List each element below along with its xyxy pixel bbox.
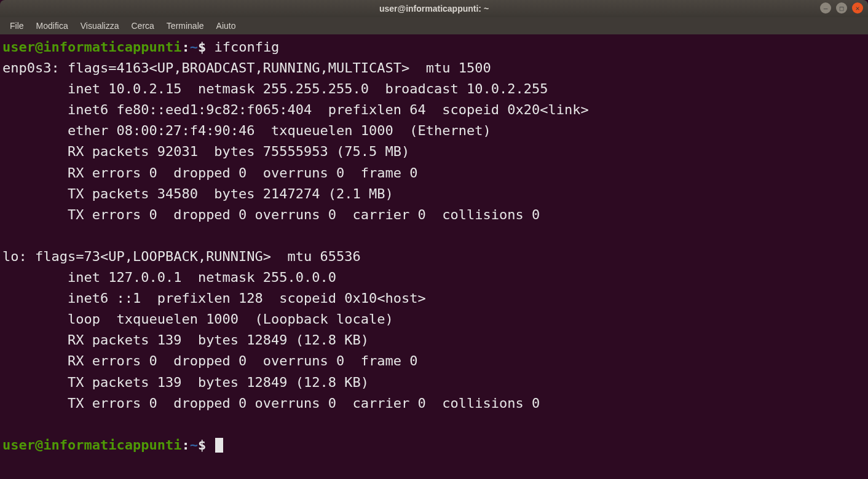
prompt-sep: :	[181, 39, 189, 55]
prompt-path-2: ~	[190, 437, 198, 453]
output-line: inet 127.0.0.1 netmask 255.0.0.0	[2, 270, 336, 285]
close-icon: ✕	[856, 4, 860, 12]
prompt-sep-2: :	[181, 437, 189, 453]
window-title: user@informaticappunti: ~	[0, 4, 868, 14]
output-line: RX errors 0 dropped 0 overruns 0 frame 0	[2, 165, 418, 181]
menu-file[interactable]: File	[4, 18, 30, 33]
menubar: File Modifica Visualizza Cerca Terminale…	[0, 17, 868, 34]
output-line: inet6 fe80::eed1:9c82:f065:404 prefixlen…	[2, 102, 589, 117]
output-line: lo: flags=73<UP,LOOPBACK,RUNNING> mtu 65…	[2, 249, 361, 264]
menu-cerca[interactable]: Cerca	[125, 18, 160, 33]
output-line: inet 10.0.2.15 netmask 255.255.255.0 bro…	[2, 81, 548, 96]
close-button[interactable]: ✕	[852, 2, 863, 14]
output-line: TX packets 139 bytes 12849 (12.8 KB)	[2, 375, 369, 390]
prompt-user-host-2: user@informaticappunti	[2, 437, 181, 453]
maximize-icon: □	[840, 4, 844, 12]
prompt-user-host: user@informaticappunti	[2, 39, 181, 55]
output-line: TX packets 34580 bytes 2147274 (2.1 MB)	[2, 186, 393, 201]
terminal-window: user@informaticappunti: ~ – □ ✕ File Mod…	[0, 0, 868, 479]
command-text	[206, 39, 214, 55]
terminal-area[interactable]: user@informaticappunti:~$ ifconfig enp0s…	[0, 34, 868, 479]
minimize-button[interactable]: –	[820, 2, 831, 14]
output-line: RX errors 0 dropped 0 overruns 0 frame 0	[2, 353, 418, 368]
prompt-path: ~	[190, 39, 198, 55]
output-line: TX errors 0 dropped 0 overruns 0 carrier…	[2, 207, 540, 222]
menu-aiuto[interactable]: Aiuto	[210, 18, 242, 33]
output-line: enp0s3: flags=4163<UP,BROADCAST,RUNNING,…	[2, 60, 491, 76]
output-line: TX errors 0 dropped 0 overruns 0 carrier…	[2, 395, 540, 411]
maximize-button[interactable]: □	[836, 2, 847, 14]
menu-visualizza[interactable]: Visualizza	[74, 18, 125, 33]
output-line: inet6 ::1 prefixlen 128 scopeid 0x10<hos…	[2, 290, 426, 306]
minimize-icon: –	[824, 4, 828, 12]
titlebar: user@informaticappunti: ~ – □ ✕	[0, 0, 868, 17]
menu-modifica[interactable]: Modifica	[30, 18, 74, 33]
prompt-dollar: $	[198, 39, 206, 55]
output-line: RX packets 139 bytes 12849 (12.8 KB)	[2, 332, 369, 348]
output-line: ether 08:00:27:f4:90:46 txqueuelen 1000 …	[2, 123, 491, 138]
output-line: loop txqueuelen 1000 (Loopback locale)	[2, 311, 393, 327]
menu-terminale[interactable]: Terminale	[160, 18, 210, 33]
prompt-dollar-2: $	[198, 437, 206, 453]
command: ifconfig	[214, 39, 279, 55]
window-controls: – □ ✕	[820, 2, 863, 14]
cursor	[215, 438, 223, 453]
output-line: RX packets 92031 bytes 75555953 (75.5 MB…	[2, 144, 409, 159]
